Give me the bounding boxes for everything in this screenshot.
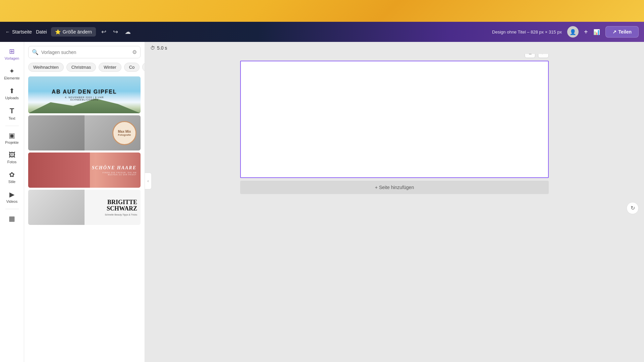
canvas-toolbar: ⏱ 5.0 s [145, 42, 644, 54]
template-2-photo-1 [28, 115, 85, 150]
canvas-frame[interactable] [240, 61, 549, 178]
sidebar-item-text[interactable]: T Text [1, 104, 23, 123]
sidebar-item-videos[interactable]: ▶ Videos [1, 188, 23, 206]
groesse-icon: ⭐ [55, 29, 61, 35]
canvas-right-actions: ↻ [627, 202, 639, 214]
template-1-title: AB AUF DEN GIPFEL [52, 89, 117, 95]
tag-winter[interactable]: Winter [99, 63, 121, 72]
redo-button[interactable]: ↪ [112, 27, 119, 37]
canvas-export-icon[interactable]: ↗ [538, 54, 549, 58]
canvas-frame-wrapper: ⧉ ↗ [240, 61, 549, 178]
text-label: Text [8, 116, 15, 120]
sidebar: ⊞ Vorlagen ✦ Elemente ⬆ Uploads T Text ▣… [0, 42, 24, 362]
elemente-icon: ✦ [9, 67, 15, 75]
canvas-copy-icon[interactable]: ⧉ [525, 54, 535, 58]
collapse-handle[interactable]: ‹ [145, 173, 152, 189]
sidebar-item-stile[interactable]: ✿ Stile [1, 168, 23, 186]
videos-label: Videos [6, 199, 17, 203]
groesse-label: Größe ändern [63, 29, 92, 35]
sidebar-divider-2 [5, 209, 19, 209]
time-value: 5.0 s [157, 45, 167, 51]
home-label: Startseite [12, 29, 32, 35]
add-button[interactable]: + [584, 28, 588, 36]
search-input[interactable] [41, 50, 129, 55]
vorlagen-icon: ⊞ [9, 47, 15, 55]
header-right: Design ohne Titel – 828 px × 315 px 👤 + … [492, 26, 639, 38]
template-4-subtitle: Schnelle Beauty-Tipps & Tricks [105, 214, 137, 216]
canvas-area: ⏱ 5.0 s ⧉ ↗ + Seite hinzufügen ↻ [145, 42, 644, 362]
add-page-label: + Seite hinzufügen [375, 185, 414, 190]
sidebar-item-vorlagen[interactable]: ⊞ Vorlagen [1, 45, 23, 63]
template-card-2[interactable]: Max Mix Fotografie [28, 115, 141, 150]
main-layout: ⊞ Vorlagen ✦ Elemente ⬆ Uploads T Text ▣… [0, 42, 644, 362]
template-4-title: BRIGITTESCHWARZ [105, 199, 137, 212]
uploads-icon: ⬆ [9, 87, 15, 95]
tag-weihnachten[interactable]: Weihnachten [28, 63, 64, 72]
cloud-button[interactable]: ☁ [123, 27, 132, 37]
share-button[interactable]: ↗ Teilen [605, 26, 639, 38]
undo-button[interactable]: ↩ [100, 27, 108, 37]
projekte-icon: ▣ [9, 131, 15, 139]
template-3-text: SCHÖNE HAARE FINDE DIE FRISUR, DIE AMBES… [92, 165, 137, 175]
template-card-1[interactable]: AB AUF DEN GIPFEL 4. NOVEMBER 2020 | 8 U… [28, 76, 141, 113]
header: ← Startseite Datei ⭐ Größe ändern ↩ ↪ ☁ … [0, 22, 644, 42]
filter-icon[interactable]: ⚙ [132, 49, 137, 55]
sidebar-divider [5, 126, 19, 126]
canvas-refresh-button[interactable]: ↻ [627, 202, 639, 214]
template-2-badge-line2: Fotografie [118, 133, 131, 136]
text-icon: T [10, 107, 14, 115]
cloud-icon: ☁ [125, 28, 131, 35]
template-3-model [28, 153, 90, 188]
template-3-subtitle: FINDE DIE FRISUR, DIE AMBESTEN ZU DIR PA… [92, 171, 137, 175]
stile-icon: ✿ [9, 171, 15, 179]
pattern-icon: ▦ [9, 215, 15, 223]
template-card-3[interactable]: SCHÖNE HAARE FINDE DIE FRISUR, DIE AMBES… [28, 153, 141, 188]
stile-label: Stile [8, 180, 15, 184]
canvas-wrapper: ⧉ ↗ + Seite hinzufügen ↻ [145, 54, 644, 362]
add-page-button[interactable]: + Seite hinzufügen [240, 181, 549, 194]
groesse-button[interactable]: ⭐ Größe ändern [51, 27, 96, 37]
template-3-title: SCHÖNE HAARE [92, 165, 137, 170]
vorlagen-label: Vorlagen [5, 56, 19, 60]
template-4-text: BRIGITTESCHWARZ Schnelle Beauty-Tipps & … [105, 199, 137, 216]
undo-icon: ↩ [101, 28, 106, 35]
projekte-label: Projekte [5, 140, 18, 144]
template-2-badge: Max Mix Fotografie [112, 121, 137, 145]
home-arrow-icon: ← [5, 29, 10, 35]
home-button[interactable]: ← Startseite [5, 29, 32, 35]
panel: 🔍 ⚙ Weihnachten Christmas Winter Co › AB… [24, 42, 145, 362]
videos-icon: ▶ [9, 190, 14, 198]
template-card-4[interactable]: BRIGITTESCHWARZ Schnelle Beauty-Tipps & … [28, 190, 141, 225]
share-label: Teilen [619, 29, 632, 35]
redo-icon: ↪ [113, 28, 118, 35]
template-1-text: AB AUF DEN GIPFEL 4. NOVEMBER 2020 | 8 U… [52, 89, 117, 101]
tags-row: Weihnachten Christmas Winter Co › [24, 62, 145, 75]
templates-list: AB AUF DEN GIPFEL 4. NOVEMBER 2020 | 8 U… [24, 75, 145, 362]
template-4-model [28, 190, 85, 225]
tag-christmas[interactable]: Christmas [66, 63, 96, 72]
plus-icon: + [584, 28, 588, 36]
top-decorative-bar [0, 0, 644, 22]
header-left: ← Startseite Datei ⭐ Größe ändern ↩ ↪ ☁ [5, 27, 487, 37]
sidebar-item-pattern[interactable]: ▦ [1, 212, 23, 225]
template-1-subtitle: 4. NOVEMBER 2020 | 8 UHRSCHNEEBLICKBERG [52, 96, 117, 101]
design-title: Design ohne Titel – 828 px × 315 px [492, 29, 562, 35]
fotos-icon: 🖼 [9, 151, 15, 159]
avatar: 👤 [567, 26, 579, 38]
sidebar-item-projekte[interactable]: ▣ Projekte [1, 129, 23, 147]
analytics-button[interactable]: 📊 [593, 29, 600, 35]
uploads-label: Uploads [5, 96, 18, 100]
tag-co[interactable]: Co [124, 63, 140, 72]
time-badge: ⏱ 5.0 s [150, 45, 167, 51]
clock-icon: ⏱ [150, 45, 155, 51]
sidebar-item-uploads[interactable]: ⬆ Uploads [1, 84, 23, 103]
fotos-label: Fotos [7, 160, 17, 164]
canvas-frame-icons: ⧉ ↗ [525, 54, 549, 58]
sidebar-item-fotos[interactable]: 🖼 Fotos [1, 148, 23, 167]
template-2-badge-line1: Max Mix [118, 130, 131, 133]
search-bar: 🔍 ⚙ [28, 46, 141, 58]
sidebar-item-elemente[interactable]: ✦ Elemente [1, 64, 23, 83]
datei-button[interactable]: Datei [36, 29, 47, 35]
tags-next-arrow[interactable]: › [142, 62, 145, 72]
share-icon: ↗ [612, 29, 616, 35]
